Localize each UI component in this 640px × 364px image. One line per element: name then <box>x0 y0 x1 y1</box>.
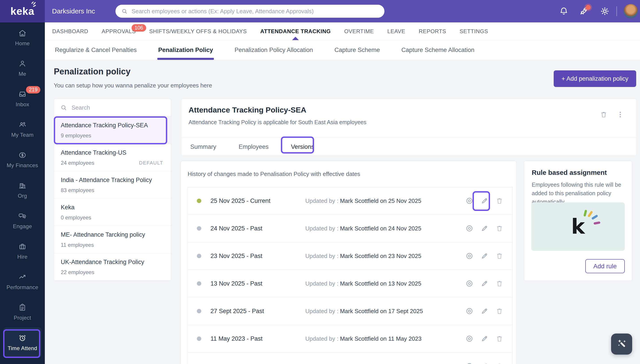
sub-nav-tab[interactable]: Capture Scheme <box>334 40 380 60</box>
keka-logo[interactable]: keka <box>0 0 45 22</box>
version-date: 24 Nov 2025 - Past <box>210 225 262 232</box>
pencil-icon[interactable] <box>480 280 488 288</box>
top-nav-tab[interactable]: LEAVE <box>387 22 405 40</box>
assistant-wand-button[interactable] <box>611 334 632 354</box>
sub-nav-tab[interactable]: Penalization Policy Allocation <box>234 40 313 60</box>
trash-icon[interactable] <box>496 252 504 260</box>
policy-detail-tab[interactable]: Employees <box>239 144 269 150</box>
sidebar-item-org[interactable]: Org <box>3 175 42 205</box>
pencil-icon[interactable] <box>480 197 488 205</box>
rocket-notification-dot <box>586 5 591 10</box>
sidebar-item-home[interactable]: Home <box>3 22 42 53</box>
policy-employee-count: 9 employees <box>61 132 91 139</box>
version-status-dot <box>197 254 201 258</box>
kebab-menu-icon[interactable] <box>616 110 624 118</box>
inbox-icon <box>18 90 27 98</box>
policy-list: Attendance Tracking Policy-SEA 9 employe… <box>54 116 171 280</box>
sub-nav-tab[interactable]: Capture Scheme Allocation <box>402 40 474 60</box>
bell-icon[interactable] <box>559 6 569 16</box>
logo-spark <box>587 210 593 217</box>
version-row: 11 May 2023 - Past Updated by : Mark Sco… <box>188 325 512 352</box>
eye-icon[interactable] <box>465 280 474 288</box>
sidebar-item-my-finances[interactable]: My Finances <box>3 144 42 175</box>
eye-icon[interactable] <box>465 362 474 364</box>
main-area: DASHBOARD APPROVALS 106 SHIFTS/WEEKLY OF… <box>45 22 640 364</box>
version-date: 25 Nov 2025 - Current <box>210 198 270 204</box>
policy-list-item[interactable]: Attendance Tracking Policy-SEA 9 employe… <box>54 116 171 144</box>
policy-search-input[interactable] <box>71 104 164 112</box>
top-nav-tab[interactable]: REPORTS <box>419 22 446 40</box>
top-nav-tab[interactable]: OVERTIME <box>344 22 374 40</box>
sidebar-item-performance[interactable]: Performance <box>3 266 42 297</box>
module-nav: DASHBOARD APPROVALS 106 SHIFTS/WEEKLY OF… <box>45 22 640 40</box>
top-nav-tab[interactable]: DASHBOARD <box>52 22 88 40</box>
performance-icon <box>18 273 27 281</box>
user-avatar[interactable] <box>624 4 638 18</box>
eye-icon[interactable] <box>465 224 474 232</box>
top-nav-tab[interactable]: ATTENDANCE TRACKING <box>260 22 331 40</box>
trash-icon[interactable] <box>496 224 504 232</box>
trash-icon[interactable] <box>496 362 504 364</box>
top-nav-tab[interactable]: SETTINGS <box>460 22 488 40</box>
sidebar-item-me[interactable]: Me <box>3 53 42 84</box>
add-penalization-policy-button[interactable]: + Add penalization policy <box>554 70 636 87</box>
policy-list-item[interactable]: Keka 0 employees <box>54 198 171 226</box>
trash-icon[interactable] <box>496 197 504 205</box>
global-search-input[interactable] <box>131 8 378 15</box>
policy-detail-tab[interactable]: Summary <box>190 144 216 150</box>
trash-icon[interactable] <box>600 110 608 118</box>
pencil-icon[interactable] <box>480 224 488 232</box>
pencil-icon[interactable] <box>480 362 488 364</box>
global-search[interactable] <box>116 5 384 18</box>
policy-employee-count: 83 employees <box>61 187 94 194</box>
rule-based-assignment-panel: Rule based assignment Employees followin… <box>524 161 632 281</box>
trash-icon[interactable] <box>496 307 504 315</box>
policy-list-item[interactable]: Attendance Tracking-US 24 employees DEFA… <box>54 144 171 171</box>
page-subtitle: You can setup how you wanna penalize you… <box>54 82 212 89</box>
hire-icon <box>18 242 27 251</box>
policy-list-item[interactable]: India - Attendance Tracking Policy 83 em… <box>54 171 171 198</box>
top-nav-tab[interactable]: SHIFTS/WEEKLY OFFS & HOLIDAYS <box>149 22 247 40</box>
version-status-dot <box>197 336 201 341</box>
gear-icon[interactable] <box>600 6 610 16</box>
policy-search[interactable] <box>54 99 171 116</box>
page-header: Penalization policy You can setup how yo… <box>45 60 640 98</box>
sidebar-item-inbox[interactable]: 219 Inbox <box>3 84 42 114</box>
policy-list-item[interactable]: ME- Attednance Tarcking policy 11 employ… <box>54 226 171 253</box>
project-icon <box>18 303 27 312</box>
version-updated-by: Updated by : Mark Scottfield on 03 May 2… <box>305 363 422 364</box>
eye-icon[interactable] <box>465 252 474 260</box>
version-row: 25 Nov 2025 - Current Updated by : Mark … <box>188 187 512 215</box>
sub-nav-tab[interactable]: Regularize & Cancel Penalties <box>55 40 137 60</box>
eye-icon[interactable] <box>465 197 474 205</box>
add-rule-button[interactable]: Add rule <box>585 259 625 273</box>
inbox-count-badge: 219 <box>26 86 40 94</box>
trash-icon[interactable] <box>496 335 504 343</box>
sub-nav-tab[interactable]: Penalization Policy <box>158 40 213 60</box>
policy-list-item[interactable]: UK-Attendance Tracking Policy 22 employe… <box>54 253 171 280</box>
page-title: Penalization policy <box>54 67 130 76</box>
trash-icon[interactable] <box>496 280 504 288</box>
pencil-icon[interactable] <box>480 252 488 260</box>
sidebar-item-hire[interactable]: Hire <box>3 236 42 266</box>
policy-detail-title: Attendance Tracking Policy-SEA <box>188 106 306 114</box>
sidebar-item-time-attend[interactable]: Time Attend <box>3 327 42 358</box>
version-history-list: 25 Nov 2025 - Current Updated by : Mark … <box>188 187 513 364</box>
sidebar-item-project[interactable]: Project <box>3 297 42 327</box>
rocket-icon[interactable] <box>579 6 589 16</box>
version-status-dot <box>197 198 201 203</box>
policy-detail-description: Attendance Tracking Policy is applicable… <box>188 119 366 126</box>
topbar-divider <box>616 6 617 16</box>
pencil-icon[interactable] <box>480 335 488 343</box>
sidebar-item-engage[interactable]: Engage <box>3 205 42 236</box>
company-name: Darksiders Inc <box>52 0 95 22</box>
sidebar-item-my-team[interactable]: My Team <box>3 114 42 144</box>
policy-detail-tab[interactable]: Versions <box>291 144 314 150</box>
pencil-icon[interactable] <box>480 307 488 315</box>
policy-list-panel: Attendance Tracking Policy-SEA 9 employe… <box>54 98 171 281</box>
eye-icon[interactable] <box>465 335 474 343</box>
top-nav-tab[interactable]: APPROVALS 106 <box>102 22 136 40</box>
version-history-panel: History of changes made to Penalisation … <box>181 161 516 364</box>
eye-icon[interactable] <box>465 307 474 315</box>
engage-icon <box>18 212 27 220</box>
